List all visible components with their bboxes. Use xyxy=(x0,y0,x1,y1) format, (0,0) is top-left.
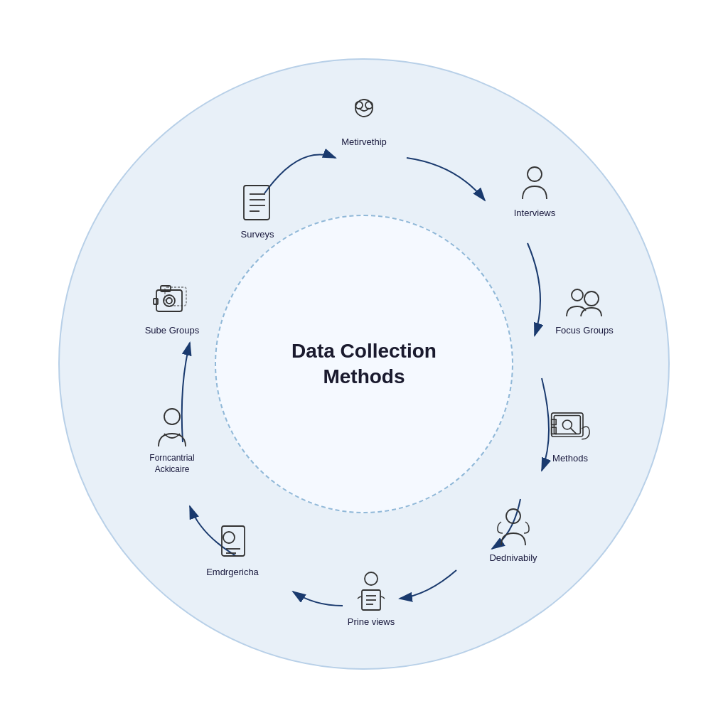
svg-line-10 xyxy=(570,428,576,434)
item-focus-groups: Focus Groups xyxy=(542,279,627,337)
item-forncantrial: ForncantrialAckicaire xyxy=(126,407,218,475)
item-surveys: Surveys xyxy=(215,183,300,241)
center-text: Data Collection Methods xyxy=(291,338,437,390)
sube-groups-icon xyxy=(151,279,193,321)
diagram-container: Data Collection Methods Metirvethip Inte… xyxy=(58,58,670,670)
surveys-icon xyxy=(236,183,279,225)
svg-rect-24 xyxy=(156,290,182,311)
center-title-line1: Data Collection xyxy=(291,338,437,364)
item-prine-views: Prine views xyxy=(328,570,414,628)
svg-rect-30 xyxy=(244,186,269,220)
interviews-icon xyxy=(513,161,556,204)
forncantrial-label: ForncantrialAckicaire xyxy=(149,453,194,475)
prine-views-label: Prine views xyxy=(348,616,395,628)
svg-point-9 xyxy=(562,419,572,429)
svg-point-4 xyxy=(528,167,542,181)
emdrgericha-icon xyxy=(211,520,254,563)
inner-circle: Data Collection Methods xyxy=(215,215,513,513)
methods-label: Methods xyxy=(552,453,588,465)
emdrgericha-label: Emdrgericha xyxy=(206,567,259,579)
focus-groups-icon xyxy=(563,279,606,321)
svg-point-5 xyxy=(572,289,583,301)
metirvethip-icon xyxy=(343,90,385,133)
item-dednivabily: Dednivabily xyxy=(471,506,556,564)
svg-point-6 xyxy=(584,291,599,306)
svg-point-14 xyxy=(365,572,378,585)
methods-icon xyxy=(549,407,592,449)
interviews-label: Interviews xyxy=(514,208,556,220)
focus-groups-label: Focus Groups xyxy=(555,325,614,337)
prine-views-icon xyxy=(350,570,392,613)
dednivabily-icon xyxy=(492,506,535,549)
svg-rect-26 xyxy=(154,299,158,304)
item-emdrgericha: Emdrgericha xyxy=(190,520,275,579)
sube-groups-label: Sube Groups xyxy=(145,325,200,337)
svg-point-13 xyxy=(506,509,520,523)
item-interviews: Interviews xyxy=(492,161,577,220)
item-sube-groups: Sube Groups xyxy=(129,279,215,337)
forncantrial-icon xyxy=(151,407,193,449)
item-metirvethip: Metirvethip xyxy=(321,90,407,149)
surveys-label: Surveys xyxy=(241,229,274,241)
item-methods: Methods xyxy=(528,407,613,465)
svg-point-23 xyxy=(164,409,180,424)
dednivabily-label: Dednivabily xyxy=(489,552,537,564)
svg-point-20 xyxy=(223,532,235,543)
metirvethip-label: Metirvethip xyxy=(341,136,387,149)
svg-point-28 xyxy=(166,298,172,304)
svg-rect-8 xyxy=(554,415,580,434)
center-title-line2: Methods xyxy=(291,364,437,390)
